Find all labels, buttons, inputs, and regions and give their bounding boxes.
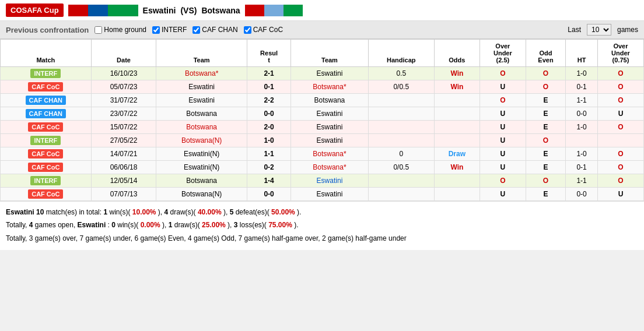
cell-score: 0-0 xyxy=(247,107,290,121)
s-ow-text: win(s)( xyxy=(117,221,138,229)
table-row: CAF CoC 07/07/13 Botswana(N) 0-0 Eswatin… xyxy=(1,188,644,201)
match-badge: INTERF xyxy=(30,136,61,145)
s-draw-end: ), xyxy=(223,208,230,216)
cafchan-filter[interactable]: CAF CHAN xyxy=(192,26,237,34)
s-totally: Totally, xyxy=(6,221,29,229)
cell-oe: E xyxy=(526,188,565,201)
cell-handicap xyxy=(368,174,434,188)
s-open-team: Eswatini xyxy=(78,221,106,229)
s-defeat-text: defeat(es)( xyxy=(236,208,270,216)
cell-odds xyxy=(434,134,480,147)
summary-line2: Totally, 4 games open, Eswatini : 0 win(… xyxy=(6,219,638,231)
col-result: Result xyxy=(247,40,290,67)
s-open-loss-pct: 75.00% xyxy=(268,221,292,229)
cell-date: 15/07/22 xyxy=(91,121,156,134)
cell-team2: Botswana* xyxy=(291,161,368,174)
table-row: INTERF 16/10/23 Botswana* 2-1 Eswatini 0… xyxy=(1,67,644,80)
cafcoc-label: CAF CoC xyxy=(253,26,283,34)
cell-match: CAF CHAN xyxy=(1,107,92,121)
cell-handicap xyxy=(368,134,434,147)
cell-handicap: 0 xyxy=(368,147,434,161)
cell-oe: O xyxy=(526,80,565,94)
cell-match: CAF CoC xyxy=(1,121,92,134)
cell-team2: Eswatini xyxy=(291,188,368,201)
cafcoc-checkbox[interactable] xyxy=(244,26,251,34)
cell-odds: Win xyxy=(434,161,480,174)
cell-ou25: O xyxy=(480,174,526,188)
home-ground-checkbox[interactable] xyxy=(94,26,102,34)
summary-text1: match(es) in total: xyxy=(46,208,104,216)
cell-ht: 1-0 xyxy=(566,121,598,134)
match-badge: CAF CHAN xyxy=(26,96,66,105)
s-open-wins: 0 xyxy=(111,221,116,229)
cell-odds xyxy=(434,94,480,107)
prev-confrontation-label: Previous confrontation xyxy=(6,26,89,34)
cafcoc-filter[interactable]: CAF CoC xyxy=(244,26,283,34)
table-row: CAF CoC 14/07/21 Eswatini(N) 1-1 Botswan… xyxy=(1,147,644,161)
s-ow-end: ), xyxy=(162,221,169,229)
cell-ht: 0-0 xyxy=(566,188,598,201)
summary-defeats-count: 5 xyxy=(230,208,234,216)
cell-date: 06/06/18 xyxy=(91,161,156,174)
cell-team1: Eswatini(N) xyxy=(156,147,247,161)
match-badge: CAF CoC xyxy=(28,189,63,199)
cell-ht: 0-1 xyxy=(566,80,598,94)
cell-odds: Draw xyxy=(434,147,480,161)
cell-match: CAF CoC xyxy=(1,161,92,174)
summary-team: Eswatini xyxy=(6,208,34,216)
table-row: CAF CoC 06/06/18 Eswatini(N) 0-2 Botswan… xyxy=(1,161,644,174)
last-label: Last xyxy=(568,26,581,34)
cell-odds xyxy=(434,188,480,201)
cell-team1: Botswana(N) xyxy=(156,134,247,147)
cell-team2: Eswatini xyxy=(291,134,368,147)
vs-label: (VS) xyxy=(180,6,197,15)
cell-date: 27/05/22 xyxy=(91,134,156,147)
col-match: Match xyxy=(1,40,92,67)
cafchan-checkbox[interactable] xyxy=(192,26,200,34)
cell-ou075: O xyxy=(597,147,643,161)
s-open-loss: 3 xyxy=(234,221,238,229)
cell-oe: O xyxy=(526,174,565,188)
s-ol-end: ). xyxy=(294,221,298,229)
cell-ou25: U xyxy=(480,134,526,147)
match-badge: CAF CoC xyxy=(28,82,63,91)
last-games-select[interactable]: 10 5 20 xyxy=(587,24,611,36)
match-badge: INTERF xyxy=(30,69,61,78)
interf-label: INTERF xyxy=(162,26,187,34)
summary-defeats-pct: 50.00% xyxy=(271,208,295,216)
interf-checkbox[interactable] xyxy=(152,26,160,34)
cell-oe: E xyxy=(526,94,565,107)
col-team1: Team xyxy=(156,40,247,67)
cell-handicap: 0/0.5 xyxy=(368,80,434,94)
cell-ou25: U xyxy=(480,147,526,161)
cell-ht: 1-1 xyxy=(566,174,598,188)
cell-score: 1-4 xyxy=(247,174,290,188)
cell-odds: Win xyxy=(434,67,480,80)
cell-match: CAF CoC xyxy=(1,80,92,94)
cell-ou075: O xyxy=(597,94,643,107)
cell-odds xyxy=(434,174,480,188)
cell-score: 0-2 xyxy=(247,161,290,174)
cell-oe: E xyxy=(526,161,565,174)
cell-oe: E xyxy=(526,147,565,161)
s-open-text: games open, xyxy=(35,221,78,229)
match-badge: CAF CoC xyxy=(28,163,63,172)
home-ground-filter[interactable]: Home ground xyxy=(94,26,146,34)
summary-wins-pct: 10.00% xyxy=(132,208,156,216)
confrontation-table: Match Date Team Result Team Handicap Odd… xyxy=(0,39,644,201)
games-label: games xyxy=(617,26,638,34)
col-date: Date xyxy=(91,40,156,67)
cell-team1: Eswatini(N) xyxy=(156,161,247,174)
s-od-end: ), xyxy=(228,221,234,229)
cell-team2: Eswatini xyxy=(291,174,368,188)
col-ou075: OverUnder(0.75) xyxy=(597,40,643,67)
col-team2: Team xyxy=(291,40,368,67)
cell-match: CAF CoC xyxy=(1,188,92,201)
cell-ou075: O xyxy=(597,174,643,188)
team2-name: Botswana xyxy=(201,6,240,15)
cell-ou25: U xyxy=(480,80,526,94)
cell-handicap: 0.5 xyxy=(368,67,434,80)
s-win-text: win(s)( xyxy=(109,208,130,216)
interf-filter[interactable]: INTERF xyxy=(152,26,187,34)
cell-date: 16/10/23 xyxy=(91,67,156,80)
